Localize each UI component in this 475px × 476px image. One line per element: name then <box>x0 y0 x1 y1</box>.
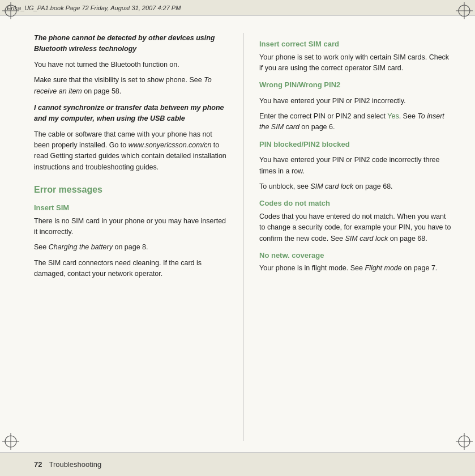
no-netw-subtitle: No netw. coverage <box>259 250 452 261</box>
left-column: The phone cannot be detected by other de… <box>0 33 243 441</box>
main-content: The phone cannot be detected by other de… <box>0 16 475 452</box>
wrong-pin-body2: Enter the correct PIN or PIN2 and select… <box>259 111 452 133</box>
no-netw-body: Your phone is in flight mode. See Flight… <box>259 263 452 274</box>
codes-body: Codes that you have entered do not match… <box>259 211 452 244</box>
header-bar: Erika_UG_PA1.book Page 72 Friday, August… <box>0 0 475 16</box>
footer-section: Troubleshooting <box>49 460 101 469</box>
pin-blocked-body2: To unblock, see SIM card lock on page 68… <box>259 181 452 192</box>
bluetooth-title: The phone cannot be detected by other de… <box>34 33 227 55</box>
page-number: 72 <box>34 460 42 469</box>
right-column: Insert correct SIM card Your phone is se… <box>243 33 475 441</box>
insert-sim-body3: The SIM card connectors need cleaning. I… <box>34 258 227 280</box>
header-text: Erika_UG_PA1.book Page 72 Friday, August… <box>7 5 181 11</box>
bluetooth-body2: Make sure that the visibility is set to … <box>34 75 227 97</box>
insert-correct-sim-subtitle: Insert correct SIM card <box>259 39 452 50</box>
codes-subtitle: Codes do not match <box>259 198 452 209</box>
usb-title: I cannot synchronize or transfer data be… <box>34 103 227 125</box>
wrong-pin-subtitle: Wrong PIN/Wrong PIN2 <box>259 79 452 91</box>
insert-sim-body2: See Charging the battery on page 8. <box>34 242 227 253</box>
insert-sim-subtitle: Insert SIM <box>34 202 227 214</box>
footer: 72 Troubleshooting <box>0 452 475 476</box>
pin-blocked-body: You have entered your PIN or PIN2 code i… <box>259 155 452 177</box>
pin-blocked-subtitle: PIN blocked/PIN2 blocked <box>259 139 452 150</box>
error-messages-title: Error messages <box>34 183 227 197</box>
page: Erika_UG_PA1.book Page 72 Friday, August… <box>0 0 475 476</box>
usb-body: The cable or software that came with you… <box>34 129 227 173</box>
insert-sim-body: There is no SIM card in your phone or yo… <box>34 216 227 238</box>
wrong-pin-body: You have entered your PIN or PIN2 incorr… <box>259 96 452 107</box>
insert-correct-sim-body: Your phone is set to work only with cert… <box>259 52 452 74</box>
bluetooth-body1: You have not turned the Bluetooth functi… <box>34 60 227 70</box>
